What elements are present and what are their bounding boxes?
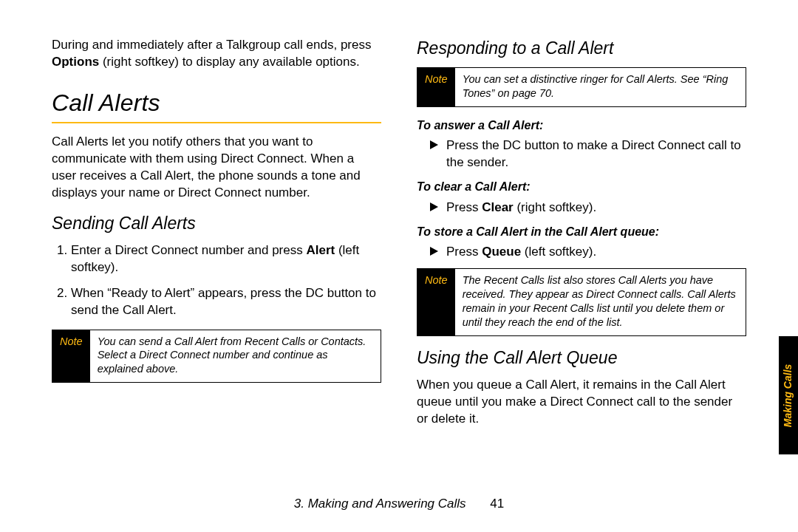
page-footer: 3. Making and Answering Calls 41 — [0, 496, 798, 513]
queue-softkey-label: Queue — [482, 245, 521, 259]
note-label: Note — [417, 68, 455, 106]
right-column: Responding to a Call Alert Note You can … — [417, 37, 746, 437]
step-1-a: Enter a Direct Connect number and press — [71, 243, 306, 257]
intro-text-b: (right softkey) to display any available… — [99, 55, 359, 69]
note-text: You can set a distinctive ringer for Cal… — [455, 68, 746, 106]
note-label: Note — [417, 269, 455, 335]
clear-bullet: Press Clear (right softkey). — [434, 200, 746, 216]
note-box-sending: Note You can send a Call Alert from Rece… — [52, 330, 381, 383]
clear-softkey-label: Clear — [482, 200, 514, 214]
left-column: During and immediately after a Talkgroup… — [52, 37, 381, 437]
note-box-ringer: Note You can set a distinctive ringer fo… — [417, 67, 746, 107]
clear-list: Press Clear (right softkey). — [417, 200, 746, 216]
intro-text-a: During and immediately after a Talkgroup… — [52, 38, 371, 52]
instr-store: To store a Call Alert in the Call Alert … — [417, 224, 746, 240]
note-box-recent-calls: Note The Recent Calls list also stores C… — [417, 268, 746, 335]
instr-answer: To answer a Call Alert: — [417, 117, 746, 134]
store-bullet: Press Queue (left softkey). — [434, 244, 746, 261]
side-tab-making-calls: Making Calls — [779, 336, 798, 454]
store-a: Press — [446, 245, 482, 259]
answer-bullet: Press the DC button to make a Direct Con… — [434, 137, 746, 171]
answer-list: Press the DC button to make a Direct Con… — [417, 137, 746, 171]
clear-b: (right softkey). — [514, 200, 596, 214]
manual-page: During and immediately after a Talkgroup… — [0, 0, 798, 532]
store-b: (left softkey). — [521, 245, 596, 259]
two-column-layout: During and immediately after a Talkgroup… — [52, 37, 746, 437]
note-text: The Recent Calls list also stores Call A… — [455, 269, 746, 335]
intro-paragraph: During and immediately after a Talkgroup… — [52, 37, 381, 71]
store-list: Press Queue (left softkey). — [417, 244, 746, 261]
sending-steps: Enter a Direct Connect number and press … — [52, 242, 381, 319]
subheading-responding: Responding to a Call Alert — [417, 37, 746, 60]
page-number: 41 — [490, 497, 504, 511]
note-label: Note — [52, 330, 90, 383]
note-text: You can send a Call Alert from Recent Ca… — [90, 330, 381, 383]
step-2: When “Ready to Alert” appears, press the… — [71, 285, 381, 319]
queue-description: When you queue a Call Alert, it remains … — [417, 377, 746, 428]
clear-a: Press — [446, 200, 482, 214]
section-rule — [52, 122, 381, 123]
footer-chapter: 3. Making and Answering Calls — [294, 497, 466, 511]
subheading-using-queue: Using the Call Alert Queue — [417, 347, 746, 369]
call-alerts-description: Call Alerts let you notify others that y… — [52, 134, 381, 202]
side-tab-label: Making Calls — [782, 364, 796, 427]
options-label: Options — [52, 55, 99, 69]
subheading-sending-call-alerts: Sending Call Alerts — [52, 212, 381, 235]
alert-softkey-label: Alert — [306, 243, 335, 257]
section-heading-call-alerts: Call Alerts — [52, 87, 381, 119]
instr-clear: To clear a Call Alert: — [417, 179, 746, 195]
step-1: Enter a Direct Connect number and press … — [71, 242, 381, 276]
